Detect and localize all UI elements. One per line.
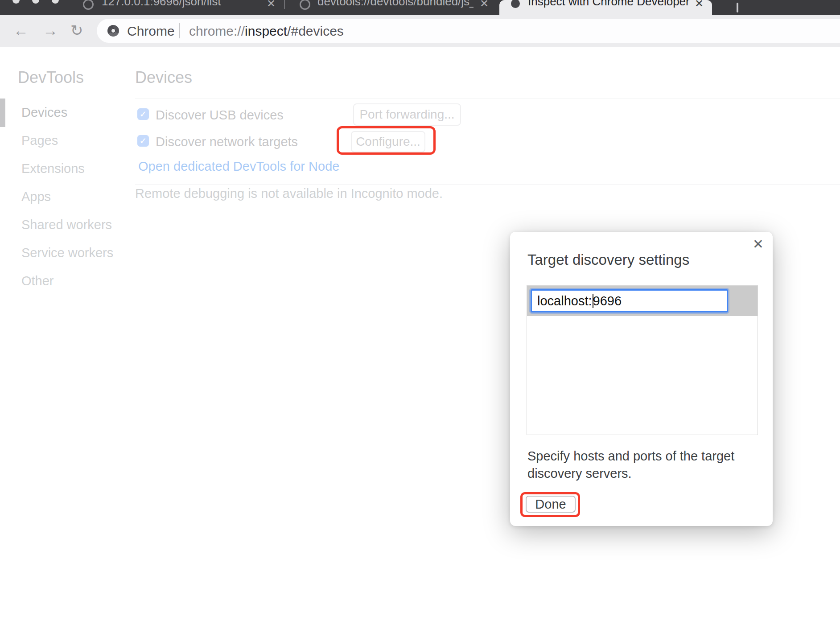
tab-title: 127.0.0.1:9696/json/list <box>102 0 221 8</box>
tab-favicon-devtools-icon <box>511 0 520 8</box>
app-name-label: Chrome <box>127 24 175 39</box>
hosts-list: localhost:9696 <box>527 285 758 435</box>
omnibox[interactable]: Chrome chrome://inspect/#devices <box>97 19 840 43</box>
tab-separator <box>284 0 285 9</box>
host-input-value-after-caret: 9696 <box>593 294 622 308</box>
tab-title: devtools://devtools/bundled/js_ <box>317 0 474 8</box>
reload-button[interactable]: ↻ <box>70 21 83 40</box>
tab-inspect-active[interactable]: Inspect with Chrome Developer ✕ <box>499 0 712 15</box>
tab-title: Inspect with Chrome Developer <box>528 0 690 8</box>
url-path: /#devices <box>287 24 344 38</box>
tab-close-icon[interactable]: ✕ <box>695 0 704 10</box>
host-input[interactable]: localhost:9696 <box>531 289 728 312</box>
browser-toolbar: ← → ↻ Chrome chrome://inspect/#devices <box>0 15 840 47</box>
omnibox-divider <box>179 23 180 38</box>
annotation-box-done <box>520 492 580 517</box>
traffic-light-zoom-button[interactable] <box>52 0 59 4</box>
back-button[interactable]: ← <box>13 21 29 40</box>
url-scheme: chrome:// <box>189 24 245 38</box>
url-text: chrome://inspect/#devices <box>189 24 344 39</box>
forward-button[interactable]: → <box>43 21 58 40</box>
hosts-list-selected-row[interactable]: localhost:9696 <box>527 286 758 316</box>
dialog-help-text: Specify hosts and ports of the target di… <box>527 448 753 482</box>
traffic-light-close-button[interactable] <box>12 0 20 4</box>
annotation-box-configure <box>337 126 436 155</box>
tab-favicon-globe-icon <box>83 0 94 10</box>
traffic-light-minimize-button[interactable] <box>32 0 39 4</box>
target-discovery-dialog: ✕ Target discovery settings localhost:96… <box>510 232 773 526</box>
dialog-title: Target discovery settings <box>527 251 689 268</box>
tab-bar: 127.0.0.1:9696/json/list ✕ devtools://de… <box>0 0 840 15</box>
new-tab-button[interactable] <box>737 3 738 12</box>
host-input-value-before-caret: localhost: <box>537 294 592 308</box>
close-icon[interactable]: ✕ <box>753 236 764 252</box>
tab-close-icon[interactable]: ✕ <box>267 0 276 10</box>
tab-close-icon[interactable]: ✕ <box>480 0 489 10</box>
url-host: inspect <box>245 24 287 38</box>
tab-favicon-globe-icon <box>300 0 310 10</box>
chrome-logo-icon <box>107 25 119 37</box>
